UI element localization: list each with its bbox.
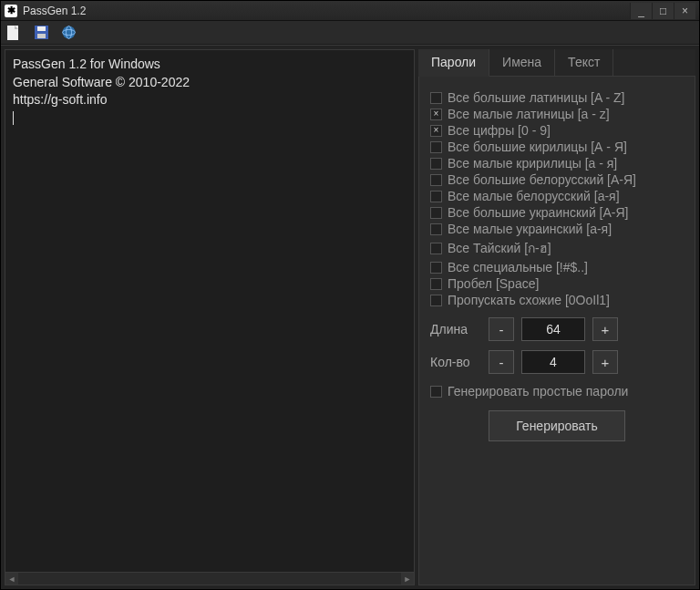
count-label: Кол-во	[430, 355, 481, 369]
checkbox-lower-ukr[interactable]	[430, 223, 442, 235]
window-controls: _ □ ×	[630, 3, 695, 19]
checkbox-upper-latin[interactable]	[430, 92, 442, 104]
checkbox-space[interactable]	[430, 278, 442, 290]
option-lower-bel[interactable]: Все малые белорусский [а-я]	[430, 188, 684, 204]
output-line: General Software © 2010-2022	[13, 74, 407, 92]
length-stepper: Длина - 64 +	[430, 317, 684, 341]
new-file-icon[interactable]	[6, 26, 21, 40]
option-label: Пробел [Space]	[448, 276, 539, 291]
option-label: Все специальные [!#$..]	[448, 260, 588, 274]
option-label: Все большие белорусский [А-Я]	[448, 172, 636, 187]
output-line: https://g-soft.info	[13, 91, 407, 109]
length-minus-button[interactable]: -	[489, 317, 514, 341]
toolbar	[1, 21, 699, 45]
window-title: PassGen 1.2	[23, 5, 630, 17]
length-plus-button[interactable]: +	[592, 317, 618, 341]
output-line: PassGen 1.2 for Windows	[13, 56, 407, 74]
checkbox-upper-ukr[interactable]	[430, 207, 442, 219]
tab-text[interactable]: Текст	[555, 49, 613, 76]
checkbox-special[interactable]	[430, 262, 442, 274]
app-icon: ✱	[5, 5, 17, 17]
option-upper-ukr[interactable]: Все большие украинский [А-Я]	[430, 204, 684, 221]
count-plus-button[interactable]: +	[592, 350, 618, 374]
option-lower-ukr[interactable]: Все малые украинский [а-я]	[430, 221, 684, 237]
save-icon[interactable]	[34, 26, 48, 40]
checkbox-skip-similar[interactable]	[430, 295, 442, 306]
option-label: Все Тайский [ก-ฮ]	[448, 238, 551, 258]
checkbox-lower-bel[interactable]	[430, 191, 442, 202]
output-textarea[interactable]: PassGen 1.2 for Windows General Software…	[5, 49, 415, 585]
svg-point-5	[62, 26, 75, 39]
count-minus-button[interactable]: -	[489, 350, 514, 374]
app-window: ✱ PassGen 1.2 _ □ × PassGen 1.2 for Wind…	[0, 0, 700, 590]
charset-options: Все большие латиницы [A - Z]×Все малые л…	[430, 89, 684, 308]
option-space[interactable]: Пробел [Space]	[430, 275, 684, 292]
scroll-right-icon[interactable]: ►	[401, 573, 414, 585]
checkbox-lower-latin[interactable]: ×	[430, 109, 442, 120]
count-stepper: Кол-во - 4 +	[430, 350, 684, 374]
checkbox-lower-cyr[interactable]	[430, 158, 442, 170]
option-thai[interactable]: Все Тайский [ก-ฮ]	[430, 237, 684, 259]
minimize-button[interactable]: _	[630, 3, 652, 19]
simple-passwords-checkbox[interactable]	[430, 386, 442, 398]
tab-names[interactable]: Имена	[489, 49, 555, 76]
option-label: Все большие латиницы [A - Z]	[448, 90, 624, 105]
option-label: Все цифры [0 - 9]	[448, 123, 551, 138]
option-label: Все малые кририлицы [а - я]	[448, 156, 617, 171]
maximize-button[interactable]: □	[652, 3, 674, 19]
main-body: PassGen 1.2 for Windows General Software…	[1, 45, 699, 589]
option-lower-latin[interactable]: ×Все малые латиницы [a - z]	[430, 106, 684, 122]
tab-bar: ПаролиИменаТекст	[418, 49, 695, 77]
settings-pane: ПаролиИменаТекст Все большие латиницы [A…	[418, 49, 695, 585]
option-label: Пропускать схожие [0OoIl1]	[448, 293, 610, 307]
svg-rect-3	[37, 26, 46, 31]
option-label: Все малые латиницы [a - z]	[448, 107, 610, 121]
simple-passwords-option[interactable]: Генерировать простые пароли	[430, 383, 684, 399]
svg-rect-4	[37, 34, 46, 38]
horizontal-scrollbar[interactable]: ◄ ►	[5, 572, 414, 585]
checkbox-upper-cyr[interactable]	[430, 141, 442, 153]
option-lower-cyr[interactable]: Все малые кририлицы [а - я]	[430, 155, 684, 171]
titlebar[interactable]: ✱ PassGen 1.2 _ □ ×	[1, 1, 699, 21]
checkbox-upper-bel[interactable]	[430, 174, 442, 186]
option-digits[interactable]: ×Все цифры [0 - 9]	[430, 122, 684, 139]
close-button[interactable]: ×	[674, 3, 695, 19]
option-label: Все малые украинский [а-я]	[448, 222, 612, 236]
generate-button[interactable]: Генерировать	[489, 410, 625, 441]
web-icon[interactable]	[61, 26, 76, 40]
count-value[interactable]: 4	[521, 350, 585, 374]
option-special[interactable]: Все специальные [!#$..]	[430, 259, 684, 275]
text-cursor	[13, 111, 14, 125]
checkbox-digits[interactable]: ×	[430, 125, 442, 137]
length-label: Длина	[430, 322, 481, 336]
scroll-left-icon[interactable]: ◄	[5, 573, 18, 585]
option-label: Все большие кирилицы [А - Я]	[448, 140, 627, 154]
tab-content-passwords: Все большие латиницы [A - Z]×Все малые л…	[418, 77, 695, 585]
option-upper-cyr[interactable]: Все большие кирилицы [А - Я]	[430, 139, 684, 155]
length-value[interactable]: 64	[521, 317, 585, 341]
option-skip-similar[interactable]: Пропускать схожие [0OoIl1]	[430, 292, 684, 308]
option-label: Все большие украинский [А-Я]	[448, 205, 629, 220]
tab-passwords[interactable]: Пароли	[418, 49, 489, 77]
option-label: Все малые белорусский [а-я]	[448, 189, 620, 203]
checkbox-thai[interactable]	[430, 243, 442, 254]
simple-passwords-label: Генерировать простые пароли	[448, 384, 628, 399]
option-upper-bel[interactable]: Все большие белорусский [А-Я]	[430, 171, 684, 188]
option-upper-latin[interactable]: Все большие латиницы [A - Z]	[430, 89, 684, 106]
